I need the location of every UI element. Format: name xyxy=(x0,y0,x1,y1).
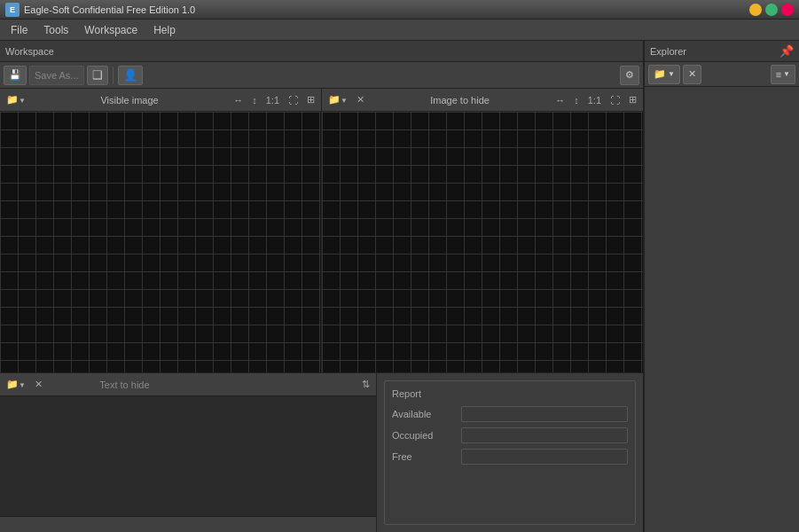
folder-icon: 📁 xyxy=(6,94,19,105)
visible-arrow-h-btn[interactable]: ↔ xyxy=(231,94,246,106)
hide-panel-toolbar: 📁▼ ✕ Image to hide ↔ ↕ 1:1 ⛶ ⊞ xyxy=(322,89,643,112)
dropdown-arrow-3: ▼ xyxy=(19,381,26,389)
workspace-header: Workspace xyxy=(0,41,643,62)
report-available-value xyxy=(461,406,628,422)
text-input[interactable] xyxy=(0,396,376,516)
hide-image-panel: 📁▼ ✕ Image to hide ↔ ↕ 1:1 ⛶ ⊞ xyxy=(322,89,643,372)
report-panel: Report Available Occupied Free xyxy=(377,373,643,532)
explorer-header: Explorer 📌 xyxy=(645,41,799,62)
hide-grid-overlay xyxy=(322,112,643,372)
person-btn[interactable]: 👤 xyxy=(118,66,143,85)
main-toolbar: 💾 Save As... ❑ 👤 ⚙ xyxy=(0,62,643,89)
visible-arrow-v-btn[interactable]: ↕ xyxy=(249,94,260,106)
dropdown-arrow-2: ▼ xyxy=(341,97,348,105)
save-as-label: Save As... xyxy=(35,70,79,81)
app-icon-letter: E xyxy=(10,5,15,14)
fit-icon-1: ⛶ xyxy=(288,95,298,106)
text-arrow-ud-btn[interactable]: ⇅ xyxy=(359,378,372,391)
explorer-toolbar: 📁 ▼ ✕ ≡ ▼ xyxy=(645,62,799,87)
text-panel-label: Text to hide xyxy=(49,379,200,390)
hide-1to1-btn[interactable]: 1:1 xyxy=(585,94,604,106)
explorer-content xyxy=(645,87,799,532)
close-button[interactable] xyxy=(781,4,794,16)
explorer-sidebar: Explorer 📌 📁 ▼ ✕ ≡ ▼ xyxy=(644,41,799,532)
arrow-h-icon-1: ↔ xyxy=(233,95,243,106)
explorer-label: Explorer xyxy=(650,46,779,57)
maximize-button[interactable] xyxy=(765,4,778,16)
arrow-h-icon-2: ↔ xyxy=(555,95,565,106)
report-available-label: Available xyxy=(392,409,454,419)
person-icon: 👤 xyxy=(123,68,137,82)
hide-panel-open-btn[interactable]: 📁▼ xyxy=(325,93,350,106)
main-layout: Workspace 💾 Save As... ❑ 👤 ⚙ xyxy=(0,41,799,532)
save-icon-btn[interactable]: 💾 xyxy=(4,66,27,85)
close-icon-3: ✕ xyxy=(35,379,43,389)
settings-icon: ⚙ xyxy=(625,69,634,81)
text-panel-close-btn[interactable]: ✕ xyxy=(32,378,45,391)
workspace-area: Workspace 💾 Save As... ❑ 👤 ⚙ xyxy=(0,41,644,532)
save-as-button[interactable]: Save As... xyxy=(29,66,84,85)
hide-image-label: Image to hide xyxy=(371,95,549,106)
folder-icon-3: 📁 xyxy=(6,379,19,389)
pin-icon[interactable]: 📌 xyxy=(779,44,794,58)
1to1-label-1: 1:1 xyxy=(266,95,279,106)
visible-panel-open-btn[interactable]: 📁▼ xyxy=(4,93,28,106)
menu-bar: File Tools Workspace Help xyxy=(0,20,799,41)
title-text: Eagle-Soft Confidential Free Edition 1.0 xyxy=(24,4,195,15)
menu-dropdown: ▼ xyxy=(783,70,790,78)
explorer-menu-btn[interactable]: ≡ ▼ xyxy=(771,65,795,84)
images-row: 📁▼ Visible image ↔ ↕ 1:1 ⛶ ⊞ 📁▼ xyxy=(0,89,643,372)
menu-icon: ≡ xyxy=(776,69,781,80)
app-icon: E xyxy=(5,3,20,17)
copy-btn[interactable]: ❑ xyxy=(87,66,108,85)
fullscreen-icon-2: ⊞ xyxy=(629,94,637,105)
report-occupied-label: Occupied xyxy=(392,430,454,441)
visible-image-label: Visible image xyxy=(32,95,227,106)
report-row-free: Free xyxy=(392,449,628,465)
menu-tools[interactable]: Tools xyxy=(36,22,75,38)
window-controls xyxy=(749,4,794,16)
report-title: Report xyxy=(392,388,628,399)
visible-grid-overlay xyxy=(0,112,321,372)
text-panel: 📁▼ ✕ Text to hide ⇅ xyxy=(0,373,377,532)
hide-panel-close-btn[interactable]: ✕ xyxy=(354,93,367,106)
toolbar-separator-1 xyxy=(113,66,114,84)
explorer-close-btn[interactable]: ✕ xyxy=(683,65,701,84)
visible-image-canvas xyxy=(0,112,321,372)
hide-arrow-v-btn[interactable]: ↕ xyxy=(571,94,582,106)
settings-btn[interactable]: ⚙ xyxy=(620,66,639,85)
hide-fullscreen-btn[interactable]: ⊞ xyxy=(626,93,639,106)
fullscreen-icon-1: ⊞ xyxy=(307,94,315,105)
report-occupied-value xyxy=(461,427,628,443)
hide-fit-btn[interactable]: ⛶ xyxy=(607,94,623,106)
report-row-available: Available xyxy=(392,406,628,422)
report-row-occupied: Occupied xyxy=(392,427,628,443)
arrow-v-icon-2: ↕ xyxy=(574,95,579,106)
save-icon: 💾 xyxy=(9,69,21,81)
arrow-ud-icon: ⇅ xyxy=(362,379,370,389)
title-bar-left: E Eagle-Soft Confidential Free Edition 1… xyxy=(5,3,195,17)
close-icon-2: ✕ xyxy=(356,94,364,105)
explorer-folder-icon: 📁 xyxy=(654,68,666,80)
arrow-v-icon-1: ↕ xyxy=(252,95,257,106)
report-free-label: Free xyxy=(392,451,454,462)
1to1-label-2: 1:1 xyxy=(588,95,601,106)
menu-help[interactable]: Help xyxy=(146,22,183,38)
menu-workspace[interactable]: Workspace xyxy=(77,22,145,38)
bottom-row: 📁▼ ✕ Text to hide ⇅ Report xyxy=(0,372,643,532)
hide-arrow-h-btn[interactable]: ↔ xyxy=(552,94,568,106)
visible-panel-toolbar: 📁▼ Visible image ↔ ↕ 1:1 ⛶ ⊞ xyxy=(0,89,321,112)
visible-fullscreen-btn[interactable]: ⊞ xyxy=(304,93,317,106)
explorer-close-icon: ✕ xyxy=(688,68,696,80)
explorer-folder-btn[interactable]: 📁 ▼ xyxy=(648,65,680,84)
minimize-button[interactable] xyxy=(749,4,762,16)
title-bar: E Eagle-Soft Confidential Free Edition 1… xyxy=(0,0,799,20)
fit-icon-2: ⛶ xyxy=(610,95,620,106)
dropdown-arrow-1: ▼ xyxy=(19,97,26,105)
menu-file[interactable]: File xyxy=(4,22,35,38)
text-panel-open-btn[interactable]: 📁▼ xyxy=(4,378,28,391)
folder-icon-2: 📁 xyxy=(328,94,341,105)
hide-image-canvas xyxy=(322,112,643,372)
visible-1to1-btn[interactable]: 1:1 xyxy=(263,94,282,106)
visible-fit-btn[interactable]: ⛶ xyxy=(286,94,301,106)
